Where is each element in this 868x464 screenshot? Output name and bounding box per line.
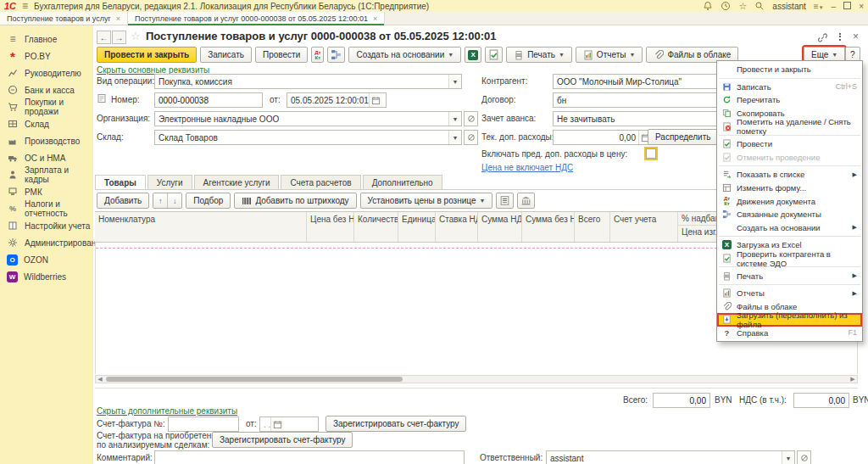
responsible-combo[interactable]: assistant▼ (546, 450, 795, 464)
main-menu-icon[interactable]: ≡ (22, 1, 28, 11)
sidebar-item-ozon[interactable]: OOZON (0, 251, 93, 268)
menu-item-document-movements[interactable]: ДтКтДвижения документа (717, 194, 862, 208)
create-based-on-button[interactable]: Создать на основании▼ (348, 47, 461, 63)
vat-input[interactable] (793, 393, 849, 408)
tab-tovary[interactable]: Товары (95, 175, 146, 190)
current-user[interactable]: assistant (772, 2, 805, 11)
tab-close-icon[interactable]: × (116, 14, 120, 23)
column-header[interactable]: Единица (398, 212, 436, 242)
more-dots-icon[interactable] (839, 31, 841, 42)
scroll-left-icon[interactable]: ◀ (96, 376, 104, 383)
sidebar-item-poby[interactable]: *PO.BY (0, 48, 93, 64)
hide-additional-attributes-link[interactable]: Скрыть дополнительные реквизиты (97, 406, 237, 416)
open-responsible-button[interactable] (797, 450, 811, 464)
register-invoice-button[interactable]: Зарегистрировать счет-фактуру (326, 416, 466, 432)
sidebar-item-pokupki[interactable]: Покупки и продажи (0, 98, 93, 115)
print-button[interactable]: Печать▼ (506, 47, 572, 63)
sidebar-item-wildberries[interactable]: WWildberries (0, 268, 93, 285)
sidebar-item-nastroyki[interactable]: Настройки учета (0, 217, 93, 234)
column-header[interactable]: Сумма НДС (478, 212, 522, 242)
service-menu-icon[interactable]: ≡▼ (814, 2, 824, 11)
column-header[interactable]: Количество (354, 212, 398, 242)
horizontal-scrollbar[interactable]: ◀ ▶ (95, 375, 858, 383)
document-movements-button[interactable]: ДтКт (311, 47, 324, 63)
calendar-icon[interactable] (369, 93, 382, 107)
column-header[interactable]: Цена без НДС (307, 212, 354, 242)
reports-button[interactable]: Отчеты▼ (576, 47, 643, 63)
menu-item-related-documents[interactable]: Связанные документы (717, 208, 862, 221)
search-magnifier-icon[interactable] (754, 1, 765, 11)
tab-uslugi[interactable]: Услуги (147, 175, 192, 189)
nav-back-button[interactable]: ← (97, 31, 111, 44)
comment-input[interactable] (154, 450, 465, 464)
tab-agentskie-uslugi[interactable]: Агентские услуги (194, 175, 280, 189)
tab-scheta-raschetov[interactable]: Счета расчетов (281, 175, 360, 189)
history-clock-icon[interactable] (721, 1, 731, 11)
favorites-star-icon[interactable]: ☆ (738, 1, 747, 12)
column-header[interactable]: Всего (575, 212, 610, 242)
column-header[interactable]: Ставка НДС (436, 212, 478, 242)
chevron-down-icon[interactable]: ▼ (448, 131, 461, 144)
related-documents-button[interactable] (327, 47, 345, 63)
scrollbar-thumb[interactable] (106, 377, 403, 382)
column-header[interactable]: Номенклатура (95, 212, 307, 242)
menu-item-create-based-on[interactable]: Создать на основании▶ (717, 221, 862, 235)
minimize-button[interactable]: – (832, 2, 837, 11)
menu-item-show-in-list[interactable]: Показать в списке▶ (717, 168, 862, 182)
menu-item-reread[interactable]: Перечитать (717, 93, 862, 107)
sidebar-item-administrirovanie[interactable]: Администрирование (0, 234, 93, 251)
chevron-down-icon[interactable]: ▼ (448, 75, 461, 88)
restore-button[interactable] (843, 2, 851, 11)
chevron-down-icon[interactable]: ▼ (448, 112, 461, 126)
sidebar-item-nalogi[interactable]: %Налоги и отчетность (0, 200, 93, 217)
set-retail-prices-button[interactable]: Установить цены в рознице▼ (360, 193, 493, 209)
chevron-down-icon[interactable]: ▼ (782, 451, 794, 464)
register-purchase-invoice-button[interactable]: Зарегистрировать счет-фактуру (212, 432, 353, 448)
move-up-icon[interactable]: ↑ (153, 193, 167, 208)
load-from-excel-button[interactable]: X (465, 47, 481, 63)
distribute-button[interactable]: Распределить (648, 129, 719, 145)
invoice-date-input[interactable]: . . (259, 416, 319, 432)
tab-close-icon[interactable]: × (373, 14, 377, 23)
close-form-icon[interactable]: × (853, 31, 859, 42)
sidebar-item-sklad[interactable]: Склад (0, 115, 93, 132)
notifications-bell-icon[interactable] (703, 1, 713, 11)
sidebar-item-bank[interactable]: Банк и касса (0, 81, 93, 98)
sidebar-item-zarplata[interactable]: Зарплата и кадры (0, 166, 93, 183)
warehouse-combo[interactable]: Склад Товаров▼ (154, 130, 462, 145)
menu-item-reports[interactable]: Отчеты▶ (717, 287, 862, 300)
total-input[interactable] (653, 393, 710, 408)
accounts-settings-button[interactable] (517, 193, 535, 209)
get-link-icon[interactable] (817, 32, 828, 43)
add-by-barcode-button[interactable]: Добавить по штрихкоду (234, 193, 356, 209)
operation-type-combo[interactable]: Покупка, комиссия▼ (154, 74, 462, 89)
add-row-button[interactable]: Добавить (97, 193, 149, 209)
number-input[interactable] (154, 92, 263, 108)
menu-item-load-refill-from-file[interactable]: Загрузить (перезаполнить) из файла (717, 313, 862, 327)
post-and-close-button[interactable]: Провести и закрыть (97, 47, 197, 63)
tab-document-list[interactable]: Поступление товаров и услуг × (0, 12, 128, 25)
menu-item-post-and-close[interactable]: Провести и закрыть (717, 63, 862, 76)
menu-item-print[interactable]: Печать▶ (717, 269, 862, 282)
open-organization-button[interactable] (464, 111, 478, 126)
current-expenses-input[interactable]: 0,00 (553, 130, 653, 145)
scroll-right-icon[interactable]: ▶ (849, 376, 857, 383)
sidebar-item-os-nma[interactable]: ОС и НМА (0, 149, 93, 166)
calendar-icon[interactable] (270, 417, 284, 431)
menu-item-change-form[interactable]: Изменить форму... (717, 182, 862, 195)
menu-item-mark-deletion[interactable]: Пометить на удаление / Снять пометку (717, 120, 862, 133)
sidebar-item-rukovoditelyu[interactable]: Руководителю (0, 64, 93, 81)
price-vat-toggle-link[interactable]: Цена не включает НДС (481, 163, 573, 172)
open-warehouse-button[interactable] (464, 130, 478, 145)
save-button[interactable]: Записать (200, 47, 252, 63)
favorite-star-icon[interactable]: ☆ (131, 30, 141, 42)
date-input[interactable]: 05.05.2025 12:00:01 (287, 92, 387, 108)
move-down-icon[interactable]: ↓ (167, 193, 181, 208)
nav-forward-button[interactable]: → (112, 31, 126, 44)
column-header[interactable]: Сумма без НДС (522, 212, 575, 242)
close-window-button[interactable]: × (859, 2, 864, 11)
post-button[interactable]: Провести (255, 47, 308, 63)
sidebar-item-rmk[interactable]: РМК (0, 183, 93, 200)
row-numbering-button[interactable] (496, 193, 514, 209)
sidebar-item-glavnoe[interactable]: ≡Главное (0, 31, 93, 48)
